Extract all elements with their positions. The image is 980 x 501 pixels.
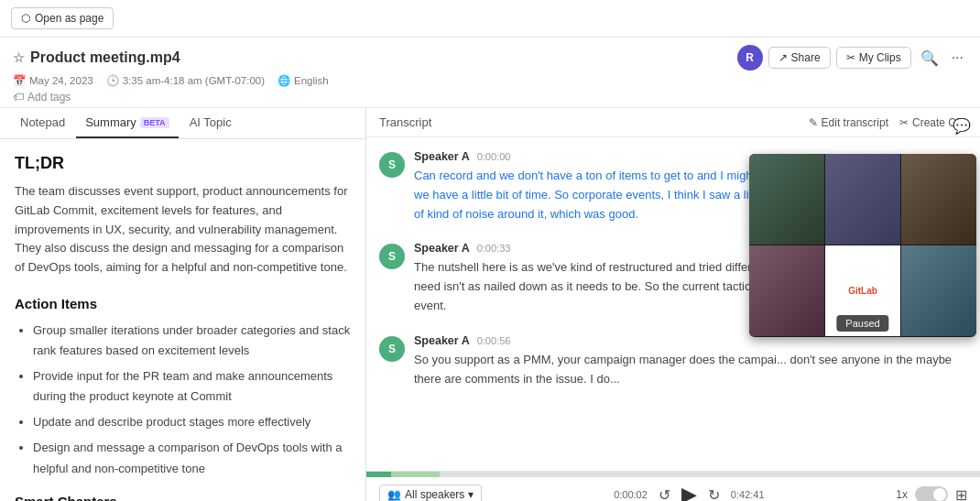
header: ☆ Product meeting.mp4 R ↗ Share ✂ My Cli…: [0, 38, 980, 108]
add-tags-label: Add tags: [27, 91, 71, 103]
message-text: So you support as a PMM, your campaign m…: [414, 351, 967, 389]
speaker-avatar: S: [379, 244, 405, 269]
list-item: Provide input for the PR team and make a…: [33, 366, 351, 407]
comment-button[interactable]: 💬: [953, 117, 971, 135]
person-thumbnail: [825, 154, 900, 245]
action-items-list: Group smaller iterations under broader c…: [15, 321, 351, 479]
smart-chapters-title: Smart Chapters: [15, 494, 351, 501]
clips-icon: ✂: [846, 51, 855, 64]
play-button[interactable]: ▶: [681, 483, 697, 501]
paused-overlay: Paused: [836, 315, 888, 332]
speaker-name: Speaker A: [414, 242, 470, 255]
chevron-down-icon: ▾: [468, 488, 474, 501]
video-cell: [901, 245, 976, 336]
search-button[interactable]: 🔍: [917, 46, 942, 71]
person-thumbnail: [749, 245, 824, 336]
tabs-row: Notepad Summary BETA AI Topic: [0, 108, 365, 139]
share-button[interactable]: ↗ Share: [768, 47, 831, 69]
speaker-name: Speaker A: [414, 334, 470, 347]
paused-label: Paused: [845, 318, 879, 329]
header-meta: 📅 May 24, 2023 🕒 3:35 am-4:18 am (GMT-07…: [13, 74, 967, 87]
meeting-date: May 24, 2023: [29, 75, 93, 86]
language-icon: 🌐: [278, 74, 290, 87]
player-left: 👥 All speakers ▾: [379, 485, 482, 501]
list-item: Design and message a comparison of DevOp…: [33, 438, 351, 478]
open-as-page-button[interactable]: ⬡ Open as page: [11, 7, 114, 29]
edit-icon: ✎: [809, 116, 818, 129]
my-clips-label: My Clips: [859, 51, 901, 64]
edit-transcript-label: Edit transcript: [822, 116, 888, 129]
page-title: Product meeting.mp4: [30, 49, 180, 66]
speaker-avatar: S: [379, 152, 405, 178]
calendar-icon: 📅: [13, 74, 26, 87]
title-row: ☆ Product meeting.mp4: [13, 49, 180, 66]
video-cell: [749, 154, 824, 245]
summary-tab-label: Summary: [85, 115, 136, 129]
gitlab-logo: GitLab: [848, 286, 877, 296]
toggle-thumb: [933, 488, 946, 501]
star-icon[interactable]: ☆: [13, 50, 25, 65]
layout-button[interactable]: ⊞: [955, 486, 967, 502]
add-tags-button[interactable]: 🏷 Add tags: [13, 91, 967, 103]
speakers-select[interactable]: 👥 All speakers ▾: [379, 485, 482, 501]
speed-toggle[interactable]: [915, 486, 948, 501]
tldr-text: The team discusses event support, produc…: [15, 182, 351, 278]
tab-summary[interactable]: Summary BETA: [76, 108, 178, 138]
clock-icon: 🕒: [106, 74, 119, 87]
video-cell: [749, 245, 824, 336]
person-thumbnail: [901, 154, 976, 245]
action-items-title: Action Items: [15, 296, 351, 311]
video-cell: [825, 154, 900, 245]
speaker-time: 0:00:33: [477, 243, 511, 254]
header-actions: R ↗ Share ✂ My Clips 🔍 ···: [737, 45, 967, 71]
share-icon: ↗: [779, 51, 788, 64]
tab-ai-topic[interactable]: AI Topic: [180, 108, 241, 138]
player-center: 0:00:02 ↺ ▶ ↻ 0:42:41: [614, 483, 764, 501]
transcript-label: Transcript: [379, 115, 431, 129]
left-panel: Notepad Summary BETA AI Topic TL;DR The …: [0, 108, 366, 501]
message-body: Speaker A 0:00:56 So you support as a PM…: [414, 334, 967, 389]
speaker-time: 0:00:56: [477, 335, 511, 346]
people-icon: 👥: [387, 488, 401, 501]
tab-notepad[interactable]: Notepad: [11, 108, 74, 138]
language-label: English: [294, 75, 329, 86]
my-clips-button[interactable]: ✂ My Clips: [836, 47, 911, 69]
right-panel: Transcript ✎ Edit transcript ✂ Create Cl…: [366, 108, 980, 501]
person-thumbnail: [749, 154, 824, 245]
video-grid: GitLab: [749, 154, 976, 337]
meeting-time: 3:35 am-4:18 am (GMT-07:00): [123, 75, 265, 86]
open-as-page-label: Open as page: [35, 12, 103, 25]
notepad-tab-label: Notepad: [20, 115, 65, 129]
person-thumbnail: [901, 245, 976, 336]
speaker-name: Speaker A: [414, 150, 470, 163]
transcript-header: Transcript ✎ Edit transcript ✂ Create Cl…: [366, 108, 980, 137]
more-options-button[interactable]: ···: [948, 46, 967, 70]
tag-icon: 🏷: [13, 91, 24, 103]
speed-button[interactable]: 1x: [896, 488, 908, 501]
progress-bar[interactable]: [366, 472, 980, 477]
rewind-button[interactable]: ↺: [659, 486, 670, 502]
scissors-icon: ✂: [899, 116, 909, 129]
speakers-label: All speakers: [405, 488, 464, 501]
video-overlay: GitLab Paused: [749, 154, 976, 337]
video-cell: [901, 154, 976, 245]
ai-topic-tab-label: AI Topic: [190, 115, 232, 129]
total-time: 0:42:41: [731, 489, 765, 500]
main-layout: Notepad Summary BETA AI Topic TL;DR The …: [0, 108, 980, 501]
edit-transcript-button[interactable]: ✎ Edit transcript: [809, 116, 888, 129]
message-block: S Speaker A 0:00:56 So you support as a …: [379, 334, 967, 389]
user-avatar-button[interactable]: R: [737, 45, 763, 71]
beta-badge: BETA: [140, 117, 169, 128]
list-item: Group smaller iterations under broader c…: [33, 321, 351, 361]
tldr-title: TL;DR: [15, 154, 351, 173]
list-item: Update and describe product stages more …: [33, 412, 351, 432]
player-section: 👥 All speakers ▾ 0:00:02 ↺ ▶ ↻ 0:42:41 1…: [366, 471, 980, 501]
current-time: 0:00:02: [614, 489, 648, 500]
share-label: Share: [791, 51, 821, 64]
open-page-icon: ⬡: [21, 12, 30, 25]
speaker-avatar: S: [379, 336, 405, 362]
forward-button[interactable]: ↻: [708, 486, 720, 502]
speaker-time: 0:00:00: [477, 151, 511, 162]
player-right: 1x ⊞: [896, 486, 967, 502]
left-content: TL;DR The team discusses event support, …: [0, 139, 365, 501]
